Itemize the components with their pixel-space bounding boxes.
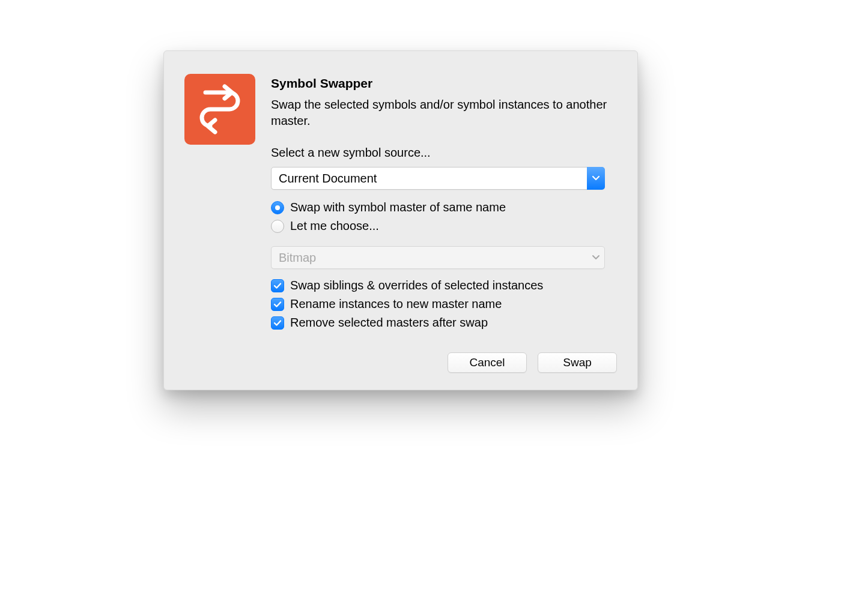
check-remove[interactable]: Remove selected masters after swap (271, 316, 617, 330)
radio-icon (271, 220, 284, 233)
radio-label: Swap with symbol master of same name (290, 201, 506, 214)
checkmark-icon (271, 316, 284, 330)
check-swap-siblings[interactable]: Swap siblings & overrides of selected in… (271, 279, 617, 292)
radio-same-name[interactable]: Swap with symbol master of same name (271, 201, 617, 214)
chevron-down-icon (587, 167, 605, 190)
swap-mode-radiogroup: Swap with symbol master of same name Let… (271, 201, 617, 233)
symbol-swapper-dialog: Symbol Swapper Swap the selected symbols… (163, 50, 638, 390)
dialog-button-row: Cancel Swap (184, 352, 617, 373)
app-swap-icon (184, 74, 255, 145)
check-label: Swap siblings & overrides of selected in… (290, 279, 543, 292)
check-rename[interactable]: Rename instances to new master name (271, 297, 617, 311)
target-symbol-value: Bitmap (279, 251, 316, 265)
cancel-button-label: Cancel (469, 356, 505, 369)
cancel-button[interactable]: Cancel (448, 352, 527, 373)
symbol-source-value: Current Document (279, 172, 377, 186)
swap-button[interactable]: Swap (538, 352, 617, 373)
checkmark-icon (271, 279, 284, 292)
dialog-title: Symbol Swapper (271, 76, 617, 91)
radio-icon (271, 201, 284, 214)
check-label: Rename instances to new master name (290, 297, 502, 311)
checkmark-icon (271, 298, 284, 311)
swap-button-label: Swap (563, 356, 592, 369)
target-symbol-select: Bitmap (271, 246, 605, 269)
source-label: Select a new symbol source... (271, 146, 617, 160)
dialog-description: Swap the selected symbols and/or symbol … (271, 97, 617, 129)
radio-let-me-choose[interactable]: Let me choose... (271, 219, 617, 233)
chevron-down-icon (587, 246, 605, 269)
check-label: Remove selected masters after swap (290, 316, 488, 330)
options-group: Swap siblings & overrides of selected in… (271, 279, 617, 330)
symbol-source-select[interactable]: Current Document (271, 167, 605, 190)
radio-label: Let me choose... (290, 219, 379, 233)
